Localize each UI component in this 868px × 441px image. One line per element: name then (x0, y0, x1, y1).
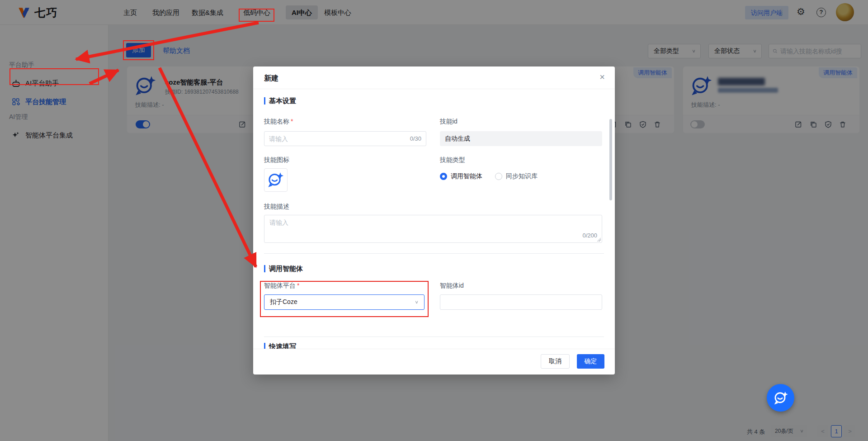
char-counter: 0/200 (582, 232, 597, 239)
textarea-placeholder: 请输入 (269, 219, 288, 227)
agent-id-input[interactable] (445, 299, 597, 306)
section-quick-fill: 快速填写 (264, 342, 296, 349)
agent-platform-select[interactable]: 扣子Coze ∨ (264, 294, 425, 310)
skill-name-field: 0/30 (264, 131, 426, 146)
radio-option-call-agent[interactable]: 调用智能体 (451, 172, 482, 180)
skill-desc-textarea[interactable]: 请输入 0/200 (264, 215, 602, 243)
assistant-chat-fab[interactable] (767, 384, 794, 412)
confirm-button[interactable]: 确定 (577, 354, 604, 369)
section-accent-bar (264, 97, 265, 104)
skill-type-label: 技能类型 (440, 156, 465, 164)
section-basic-settings: 基本设置 (264, 97, 296, 105)
section-divider (264, 337, 604, 337)
skill-name-input[interactable] (269, 135, 407, 142)
close-icon[interactable]: × (599, 72, 605, 81)
skill-id-label: 技能id (440, 118, 458, 126)
modal-body: 基本设置 技能名称* 0/30 技能id 自动生成 技能图标 (253, 89, 615, 349)
modal-footer: 取消 确定 (253, 349, 615, 375)
skill-id-field: 自动生成 (440, 131, 602, 146)
agent-platform-value: 扣子Coze (270, 298, 297, 306)
chevron-down-icon: ∨ (415, 299, 419, 304)
cancel-button[interactable]: 取消 (541, 354, 570, 369)
skill-icon-picker[interactable] (264, 168, 288, 192)
section-accent-bar (264, 265, 265, 272)
skill-icon-label: 技能图标 (264, 156, 289, 164)
new-skill-modal: 新建 × 基本设置 技能名称* 0/30 技能id 自动生成 技能图标 (253, 66, 615, 375)
char-counter: 0/30 (410, 135, 421, 142)
resize-handle-icon[interactable] (597, 237, 601, 242)
coze-skill-icon (267, 171, 285, 189)
agent-platform-label: 智能体平台* (264, 282, 299, 290)
radio-selected-icon[interactable] (440, 173, 447, 180)
skill-desc-label: 技能描述 (264, 203, 289, 211)
modal-title: 新建 (264, 74, 278, 83)
radio-option-sync-kb[interactable]: 同步知识库 (506, 172, 538, 180)
skill-name-label: 技能名称* (264, 118, 293, 126)
clipped-section: 快速填写 (253, 341, 615, 349)
skill-type-radio-group: 调用智能体 同步知识库 (440, 172, 538, 180)
section-call-agent: 调用智能体 (264, 265, 303, 273)
section-accent-bar (264, 343, 265, 349)
section-divider (264, 253, 604, 254)
modal-header: 新建 × (253, 66, 615, 89)
app-screen: 七巧 主页 我的应用 数据&集成 低码中心 AI中心 模板中心 访问用户端 ⚙ … (0, 0, 868, 441)
coze-chat-icon (773, 390, 789, 406)
radio-unselected-icon[interactable] (495, 173, 502, 180)
skill-id-value: 自动生成 (445, 135, 470, 143)
modal-scrollbar[interactable] (609, 119, 612, 200)
required-mark: * (291, 118, 293, 125)
agent-id-label: 智能体id (440, 282, 464, 290)
required-mark: * (297, 282, 299, 289)
agent-id-field (440, 294, 602, 310)
